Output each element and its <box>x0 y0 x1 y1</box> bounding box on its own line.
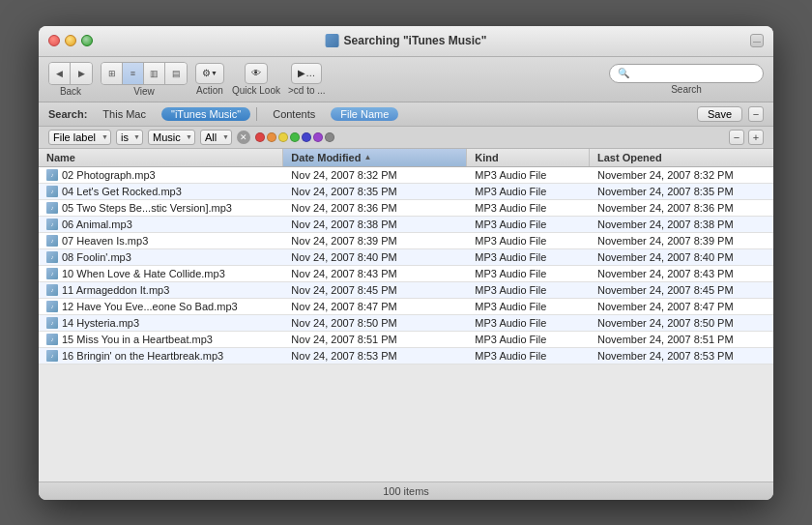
action-button[interactable]: ⚙ ▼ <box>195 63 224 84</box>
terminal-icon: ▶… <box>298 68 315 78</box>
filter-bar: Search: This Mac "iTunes Music" Contents… <box>39 102 773 127</box>
table-row[interactable]: ♪ 02 Photograph.mp3 Nov 24, 2007 8:32 PM… <box>39 167 773 184</box>
table-row[interactable]: ♪ 07 Heaven Is.mp3 Nov 24, 2007 8:39 PM … <box>39 233 773 249</box>
cell-date: Nov 24, 2007 8:35 PM <box>283 184 467 199</box>
color-purple-dot[interactable] <box>313 132 323 142</box>
col-name-header[interactable]: Name <box>39 149 283 166</box>
cell-opened: November 24, 2007 8:43 PM <box>590 266 773 281</box>
itunes-tab[interactable]: "iTunes Music" <box>161 107 250 121</box>
cell-date: Nov 24, 2007 8:38 PM <box>283 217 467 232</box>
cell-opened: November 24, 2007 8:50 PM <box>590 315 773 331</box>
table-row[interactable]: ♪ 14 Hysteria.mp3 Nov 24, 2007 8:50 PM M… <box>39 315 773 332</box>
nav-group: ◀ ▶ <box>48 62 93 85</box>
cell-name: ♪ 10 When Love & Hate Collide.mp3 <box>39 266 283 281</box>
cell-date: Nov 24, 2007 8:47 PM <box>283 299 467 314</box>
forward-button[interactable]: ▶ <box>71 63 92 84</box>
resize-button[interactable]: — <box>750 34 764 47</box>
action-label: Action <box>196 85 223 96</box>
mp3-icon: ♪ <box>46 334 58 345</box>
table-row[interactable]: ♪ 11 Armageddon It.mp3 Nov 24, 2007 8:45… <box>39 282 773 299</box>
cdto-label: >cd to ... <box>288 85 326 96</box>
remove-criteria-button[interactable]: − <box>729 130 744 145</box>
table-row[interactable]: ♪ 08 Foolin'.mp3 Nov 24, 2007 8:40 PM MP… <box>39 249 773 266</box>
criteria-value-wrapper: Music <box>148 130 195 145</box>
quicklook-button[interactable]: 👁 <box>245 63 268 84</box>
table-row[interactable]: ♪ 06 Animal.mp3 Nov 24, 2007 8:38 PM MP3… <box>39 217 773 233</box>
search-field[interactable]: 🔍 <box>609 64 764 83</box>
cell-name: ♪ 06 Animal.mp3 <box>39 217 283 232</box>
cell-opened: November 24, 2007 8:45 PM <box>590 282 773 298</box>
table-row[interactable]: ♪ 16 Bringin' on the Heartbreak.mp3 Nov … <box>39 348 773 365</box>
icon-view-button[interactable]: ⊞ <box>102 63 123 84</box>
cell-kind: MP3 Audio File <box>467 282 590 298</box>
mp3-icon: ♪ <box>46 235 58 247</box>
criteria-field-wrapper: File label <box>48 130 111 145</box>
back-button[interactable]: ◀ <box>49 63 71 84</box>
cell-opened: November 24, 2007 8:40 PM <box>590 249 773 265</box>
criteria-condition-wrapper: is <box>116 130 143 145</box>
cell-kind: MP3 Audio File <box>467 249 590 265</box>
cell-kind: MP3 Audio File <box>467 200 590 216</box>
back-label: Back <box>60 86 81 97</box>
col-kind-header[interactable]: Kind <box>467 149 590 166</box>
close-button[interactable] <box>48 35 60 46</box>
eye-icon: 👁 <box>251 68 261 78</box>
mp3-icon: ♪ <box>46 317 58 329</box>
gear-icon: ⚙ <box>202 68 211 78</box>
titlebar: Searching "iTunes Music" — <box>39 26 773 57</box>
table-header: Name Date Modified ▲ Kind Last Opened <box>39 149 773 167</box>
criteria-value-select[interactable]: Music <box>148 130 195 145</box>
cell-date: Nov 24, 2007 8:53 PM <box>283 348 467 364</box>
cell-opened: November 24, 2007 8:47 PM <box>590 299 773 314</box>
table-row[interactable]: ♪ 15 Miss You in a Heartbeat.mp3 Nov 24,… <box>39 332 773 348</box>
color-yellow-dot[interactable] <box>278 132 288 142</box>
cdto-item: ▶… >cd to ... <box>288 63 326 96</box>
list-view-button[interactable]: ≡ <box>123 63 144 84</box>
criteria-condition-select[interactable]: is <box>116 130 143 145</box>
cell-kind: MP3 Audio File <box>467 332 590 347</box>
save-button[interactable]: Save <box>697 106 742 122</box>
cell-opened: November 24, 2007 8:35 PM <box>590 184 773 199</box>
cdto-button[interactable]: ▶… <box>291 63 322 84</box>
cover-view-button[interactable]: ▤ <box>165 63 187 84</box>
table-row[interactable]: ♪ 05 Two Steps Be...stic Version].mp3 No… <box>39 200 773 217</box>
cell-name: ♪ 12 Have You Eve...eone So Bad.mp3 <box>39 299 283 314</box>
this-mac-tab[interactable]: This Mac <box>93 107 156 121</box>
view-label: View <box>133 86 155 97</box>
table-row[interactable]: ♪ 04 Let's Get Rocked.mp3 Nov 24, 2007 8… <box>39 184 773 200</box>
table-row[interactable]: ♪ 10 When Love & Hate Collide.mp3 Nov 24… <box>39 266 773 282</box>
color-orange-dot[interactable] <box>267 132 276 142</box>
table-row[interactable]: ♪ 12 Have You Eve...eone So Bad.mp3 Nov … <box>39 299 773 315</box>
remove-filter-button[interactable]: − <box>748 106 764 122</box>
cell-opened: November 24, 2007 8:53 PM <box>590 348 773 364</box>
col-opened-header[interactable]: Last Opened <box>590 149 773 166</box>
col-date-header[interactable]: Date Modified ▲ <box>283 149 467 166</box>
column-view-button[interactable]: ▥ <box>144 63 165 84</box>
cell-kind: MP3 Audio File <box>467 315 590 331</box>
criteria-all-select[interactable]: All <box>200 130 232 145</box>
cell-date: Nov 24, 2007 8:36 PM <box>283 200 467 216</box>
cell-opened: November 24, 2007 8:51 PM <box>590 332 773 347</box>
color-green-dot[interactable] <box>290 132 300 142</box>
criteria-field-select[interactable]: File label <box>48 130 111 145</box>
criteria-actions: − + <box>729 130 764 145</box>
maximize-button[interactable] <box>81 35 93 46</box>
cell-kind: MP3 Audio File <box>467 167 590 183</box>
search-input[interactable] <box>633 68 755 79</box>
color-red-dot[interactable] <box>255 132 265 142</box>
contents-tab[interactable]: Contents <box>263 107 325 121</box>
sort-arrow-icon: ▲ <box>363 153 371 161</box>
minimize-button[interactable] <box>65 35 76 46</box>
color-blue-dot[interactable] <box>302 132 311 142</box>
mp3-icon: ♪ <box>46 219 58 230</box>
add-criteria-button[interactable]: + <box>748 130 764 145</box>
toolbar: ◀ ▶ Back ⊞ ≡ ▥ ▤ View ⚙ ▼ Action 👁 <box>39 57 773 102</box>
clear-criteria-button[interactable]: ✕ <box>237 131 250 144</box>
filename-tab[interactable]: File Name <box>331 107 398 121</box>
item-count: 100 items <box>383 485 429 497</box>
action-dropdown-arrow: ▼ <box>211 70 218 76</box>
mp3-icon: ♪ <box>46 350 58 362</box>
color-gray-dot[interactable] <box>325 132 334 142</box>
cell-kind: MP3 Audio File <box>467 266 590 281</box>
cell-name: ♪ 05 Two Steps Be...stic Version].mp3 <box>39 200 283 216</box>
